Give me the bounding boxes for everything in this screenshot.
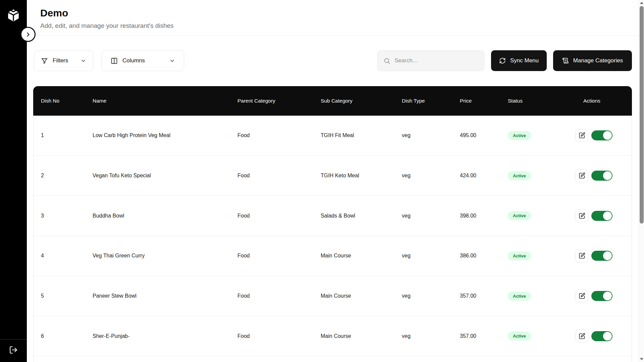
edit-button[interactable] <box>575 169 588 182</box>
cell-price: 386.00 <box>460 253 508 259</box>
sidebar-expand-button[interactable] <box>20 27 36 42</box>
table-row: 5 Paneer Stew Bowl Food Main Course veg … <box>34 276 632 316</box>
search-input[interactable] <box>394 57 478 64</box>
cell-name: Sher-E-Punjab- <box>93 333 237 339</box>
cell-parent-category: Food <box>237 253 321 259</box>
cell-actions <box>575 329 632 343</box>
active-toggle[interactable] <box>591 331 612 341</box>
scrollbar-up-arrow-icon[interactable] <box>640 2 643 4</box>
cell-parent-category: Food <box>237 293 321 299</box>
cell-sub-category: Main Course <box>321 333 402 339</box>
brand-logo-icon <box>7 9 20 22</box>
cell-price: 424.00 <box>460 173 508 179</box>
edit-button[interactable] <box>575 249 588 262</box>
edit-pencil-icon <box>579 213 585 219</box>
table-row: 3 Buddha Bowl Food Salads & Bowl veg 398… <box>34 196 632 236</box>
cell-parent-category: Food <box>237 333 321 339</box>
edit-pencil-icon <box>579 172 585 179</box>
cell-actions <box>575 290 632 303</box>
cell-parent-category: Food <box>237 173 321 179</box>
cell-dish-no: 6 <box>34 333 93 339</box>
cell-parent-category: Food <box>237 213 321 219</box>
column-header: Price <box>460 98 508 104</box>
cell-dish-type: veg <box>402 173 460 179</box>
scrollbar-down-arrow-icon[interactable] <box>640 358 643 360</box>
manage-categories-button[interactable]: Manage Categories <box>553 50 632 71</box>
cell-price: 357.00 <box>460 333 508 339</box>
filters-label: Filters <box>48 57 80 64</box>
edit-button[interactable] <box>575 329 588 343</box>
sync-menu-button[interactable]: Sync Menu <box>491 50 547 71</box>
funnel-icon <box>41 57 48 64</box>
edit-button[interactable] <box>575 290 588 303</box>
cell-dish-type: veg <box>402 293 460 299</box>
page-title: Demo <box>40 7 68 19</box>
toggle-knob <box>603 171 612 180</box>
cell-name: Low Carb High Protein Veg Meal <box>93 132 237 138</box>
cell-dish-no: 3 <box>34 213 93 219</box>
column-header: Name <box>93 98 237 104</box>
active-toggle[interactable] <box>591 251 612 261</box>
column-header: Sub Category <box>321 98 402 104</box>
logout-icon[interactable] <box>9 346 18 354</box>
scrollbar-thumb[interactable] <box>640 6 644 224</box>
cell-name: Paneer Stew Bowl <box>93 293 237 299</box>
cell-sub-category: Salads & Bowl <box>321 213 402 219</box>
chevron-right-icon <box>25 31 32 38</box>
status-badge: Active <box>508 251 531 260</box>
table-row: 4 Veg Thai Green Curry Food Main Course … <box>34 236 632 276</box>
cell-dish-no: 2 <box>34 173 93 179</box>
table-header-row: Dish NoNameParent CategorySub CategoryDi… <box>33 86 632 116</box>
active-toggle[interactable] <box>591 130 612 140</box>
edit-pencil-icon <box>579 252 585 259</box>
toggle-knob <box>603 332 612 341</box>
page-subtitle: Add, edit, and manage your restaurant's … <box>40 22 174 29</box>
columns-label: Columns <box>118 57 169 64</box>
edit-button[interactable] <box>575 209 588 222</box>
sync-menu-label: Sync Menu <box>510 57 539 64</box>
columns-button[interactable]: Columns <box>102 50 184 71</box>
column-header: Dish Type <box>402 98 460 104</box>
cell-actions <box>575 209 632 222</box>
status-badge: Active <box>508 171 531 180</box>
cell-actions <box>575 169 632 182</box>
cell-price: 357.00 <box>460 293 508 299</box>
status-badge: Active <box>508 131 531 140</box>
table-row: 2 Vegan Tofu Keto Special Food TGIH Keto… <box>34 156 632 196</box>
toggle-knob <box>603 292 612 300</box>
chevron-down-icon <box>80 58 86 64</box>
table-row: 1 Low Carb High Protein Veg Meal Food TG… <box>34 116 632 156</box>
scroll-icon <box>562 57 569 64</box>
cell-dish-type: veg <box>402 132 460 138</box>
header-divider <box>27 36 639 36</box>
edit-button[interactable] <box>575 129 588 142</box>
toggle-knob <box>603 212 612 220</box>
cell-dish-no: 5 <box>34 293 93 299</box>
cell-dish-type: veg <box>402 333 460 339</box>
active-toggle[interactable] <box>591 211 612 221</box>
column-header: Status <box>508 98 575 104</box>
cell-parent-category: Food <box>237 132 321 138</box>
cell-dish-type: veg <box>402 213 460 219</box>
chevron-down-icon <box>169 58 175 64</box>
status-badge: Active <box>508 331 531 341</box>
edit-pencil-icon <box>579 132 585 139</box>
column-header: Parent Category <box>237 98 321 104</box>
toggle-knob <box>603 251 612 260</box>
columns-icon <box>111 57 118 64</box>
cell-sub-category: TGIH Keto Meal <box>321 173 402 179</box>
status-badge: Active <box>508 211 531 220</box>
active-toggle[interactable] <box>591 291 612 301</box>
column-header: Dish No <box>33 98 93 104</box>
column-header: Actions <box>575 98 632 104</box>
status-badge: Active <box>508 292 531 301</box>
cell-actions <box>575 129 632 142</box>
search-icon <box>383 57 390 64</box>
filters-button[interactable]: Filters <box>34 50 93 71</box>
cell-name: Vegan Tofu Keto Special <box>93 173 237 179</box>
edit-pencil-icon <box>579 333 585 340</box>
table-row: 6 Sher-E-Punjab- Food Main Course veg 35… <box>34 316 632 356</box>
active-toggle[interactable] <box>591 171 612 181</box>
cell-name: Buddha Bowl <box>93 213 237 219</box>
cell-dish-no: 1 <box>34 132 93 138</box>
